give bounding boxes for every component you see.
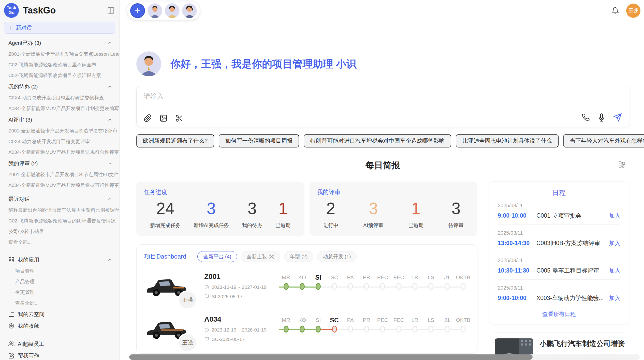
milestone-label: FEC (391, 273, 407, 282)
chevron-up-icon (107, 117, 113, 123)
dashboard-tab[interactable]: 动总开发 (1) (317, 251, 357, 262)
sidebar-app-item[interactable]: 变更管理 (0, 287, 119, 298)
phone-icon[interactable] (582, 113, 590, 122)
suggestion-chip[interactable]: 特朗普可能对进口汽车增税会对中国车企造成哪些影响 (304, 134, 451, 147)
sidebar-item[interactable]: C0X4-动力总成开发项目工程变更评审 (0, 136, 119, 147)
sidebar-section-my-review[interactable]: 我的评审 (2) (0, 158, 119, 169)
dashboard-tab[interactable]: 年型 (2) (284, 251, 313, 262)
sidebar-item[interactable]: 解释最新出台的欧盟报废车法规再生塑料比例被调至15%... (0, 205, 119, 216)
project-dates: 2023-12-19 ~ 2027-01-19 (204, 284, 278, 290)
sidebar-item-help-me-write[interactable]: 帮我写作 (0, 350, 119, 360)
milestone-dot (461, 326, 466, 333)
milestone: J1 (439, 273, 455, 300)
sidebar-item[interactable]: C02-飞腾新能源轻客改款项目里程碑画布 (0, 59, 119, 70)
join-link[interactable]: 加入 (609, 239, 620, 247)
microphone-icon[interactable] (597, 113, 606, 122)
milestone-dot (428, 283, 433, 290)
sidebar-item[interactable]: C02-飞腾新能源轻客改款项目的闭环通告反馈情况 (0, 216, 119, 226)
folder-icon (8, 311, 14, 317)
sidebar-section-recent-chats[interactable]: 最近对话 (0, 193, 119, 205)
sidebar-item-cloud-space[interactable]: 我的云空间 (0, 308, 119, 320)
sidebar-item[interactable]: 公司Q3轻卡销量 (0, 226, 119, 237)
schedule-date: 2025/03/11 (498, 203, 620, 208)
attachment-icon[interactable] (144, 114, 152, 122)
milestone-dot-row (375, 282, 391, 293)
sidebar-item[interactable]: Z001-全新燃油轻卡产品开发项目SI节点属性5D文件评审 (0, 169, 119, 180)
scrollbar-thumb[interactable] (129, 354, 533, 360)
avatar[interactable] (165, 3, 180, 18)
milestone: MR (278, 315, 294, 343)
milestone-dot (348, 283, 353, 290)
suggestion-chip[interactable]: 如何写一份清晰的项目周报 (219, 134, 299, 147)
sidebar-item[interactable]: A034-全新新能源MUV产品开发项目造型可行性评审 (0, 180, 119, 191)
project-row-a034[interactable]: 王强 A034 2023-12-19 ~ 2026-01-19 (144, 315, 470, 343)
notification-bell-icon[interactable] (611, 7, 619, 14)
sidebar-section-my-apps[interactable]: 我的应用 (0, 254, 119, 266)
project-row-z001[interactable]: 王强 Z001 2023-12-19 ~ 2027-01-19 (144, 272, 470, 300)
join-link[interactable]: 加入 (609, 212, 620, 220)
sidebar-collapse-icon[interactable] (107, 7, 115, 14)
user-avatar[interactable]: 王强 (626, 4, 640, 18)
sidebar-item[interactable]: Z001-全新燃油皮卡产品开发项目SI节点Lesson Learn报告 (0, 49, 119, 59)
divider (0, 251, 119, 251)
image-icon[interactable] (159, 114, 168, 122)
sidebar-item[interactable]: A034-全新新能源MUV产品开发项目计划变更表编写 (0, 103, 119, 114)
conversation-pill: + (127, 2, 200, 20)
main-content: 你好，王强，我是你的项目管理助理 小识 欧洲新规最近颁布了什么?如何写一份清晰的… (120, 20, 644, 360)
sidebar-item[interactable]: C02-飞腾新能源轻客改款项目立项汇报方案 (0, 70, 119, 81)
sidebar-app-item[interactable]: 项目管理 (0, 266, 119, 276)
milestone-label: LS (423, 273, 439, 282)
milestone-dot-row (278, 282, 294, 293)
avatar[interactable] (182, 3, 197, 18)
milestone-label: PR (358, 273, 374, 282)
dashboard-tab[interactable]: 全新平台 (4) (197, 251, 237, 262)
milestone-label: KO (294, 273, 310, 282)
join-link[interactable]: 加入 (609, 294, 620, 302)
stat-label: 进行中 (323, 222, 339, 229)
sidebar-item-ai-super-employee[interactable]: AI超级员工 (0, 338, 119, 350)
sidebar-item[interactable]: C0X4-动力总成开发项目SI里程碑提交物检查 (0, 93, 119, 103)
sidebar-item[interactable]: 查看全部... (0, 237, 119, 248)
sidebar-section-agent-done[interactable]: Agent已办 (3) (0, 37, 119, 49)
milestone-label: LR (407, 273, 423, 282)
sidebar-section-my-todo[interactable]: 我的待办 (2) (0, 81, 119, 93)
scissors-icon[interactable] (175, 114, 183, 122)
sidebar-item[interactable]: Z001-全新燃油轻卡产品开发项目SI造型提交物评审 (0, 126, 119, 136)
sidebar-app-item[interactable]: 产品管理 (0, 276, 119, 287)
sidebar-app-item[interactable]: 查看全部... (0, 298, 119, 308)
write-icon (8, 353, 14, 359)
suggestion-chip[interactable]: 比亚迪全固态电池计划具体说了什么 (456, 134, 559, 147)
sidebar-item[interactable]: A034-全新新能源MUV产品开发项目法规符合性评审 (0, 147, 119, 158)
new-chat-button[interactable]: + 新对话 (4, 22, 115, 34)
layout-grid-icon[interactable] (618, 161, 626, 168)
milestone-label: SI (310, 315, 326, 325)
view-all-schedule-link[interactable]: 查看所有日程 (498, 310, 620, 318)
badge-icon (8, 323, 14, 329)
sidebar-section-ai-review[interactable]: AI评审 (3) (0, 114, 119, 126)
suggestion-chip[interactable]: 欧洲新规最近颁布了什么? (136, 134, 214, 147)
milestone: PA (342, 315, 358, 343)
join-link[interactable]: 加入 (609, 267, 620, 275)
milestone-label: SC (326, 273, 342, 282)
milestone: SI (310, 315, 326, 343)
dashboard-tab[interactable]: 全新上装 (3) (241, 251, 280, 262)
chevron-up-icon (107, 40, 113, 46)
section-title: 最近对话 (8, 196, 30, 203)
schedule-item: 2025/03/11 9:00-10:00 X003-车辆动力学性能验... 加… (498, 280, 620, 307)
schedule-time: 13:00-14:30 (498, 240, 536, 247)
stat-label: 已逾期 (408, 222, 423, 229)
avatar[interactable] (148, 3, 162, 18)
sidebar-item-favorites[interactable]: 我的收藏 (0, 320, 119, 332)
send-icon[interactable] (613, 113, 622, 122)
stat-label: 待评审 (448, 222, 464, 229)
add-conversation-button[interactable]: + (130, 3, 145, 18)
milestone-label: OKTB (455, 315, 471, 325)
milestone-label: FEC (391, 315, 407, 325)
agent-done-items: Z001-全新燃油皮卡产品开发项目SI节点Lesson Learn报告C02-飞… (0, 49, 119, 81)
chat-input[interactable] (144, 92, 622, 114)
project-car-image: 王强 (144, 315, 193, 343)
milestone-dot (332, 326, 337, 333)
project-code: A034 (204, 315, 278, 323)
suggestion-chip[interactable]: 当下年轻人对汽车外观有怎样的喜好趋势 (563, 134, 644, 147)
schedule-date: 2025/03/11 (498, 258, 620, 263)
